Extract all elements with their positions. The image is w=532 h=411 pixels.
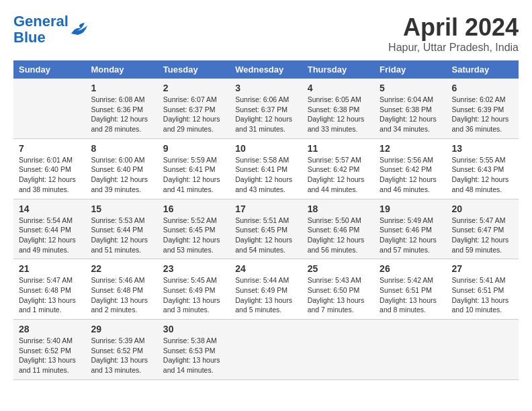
header: General Blue April 2024 Hapur, Uttar Pra… (13, 13, 519, 54)
day-number: 10 (235, 143, 296, 154)
day-info: Sunrise: 5:47 AMSunset: 6:48 PMDaylight:… (19, 275, 80, 315)
calendar-header-row: SundayMondayTuesdayWednesdayThursdayFrid… (13, 60, 519, 79)
day-info: Sunrise: 5:50 AMSunset: 6:46 PMDaylight:… (308, 216, 369, 255)
calendar-header-sunday: Sunday (13, 60, 85, 79)
calendar-cell: 15Sunrise: 5:53 AMSunset: 6:44 PMDayligh… (85, 199, 157, 259)
calendar-table: SundayMondayTuesdayWednesdayThursdayFrid… (13, 60, 519, 380)
logo-general: General (13, 13, 69, 30)
day-info: Sunrise: 5:43 AMSunset: 6:50 PMDaylight:… (308, 275, 369, 315)
logo-bird-icon (70, 21, 90, 38)
day-info: Sunrise: 5:51 AMSunset: 6:45 PMDaylight:… (235, 216, 296, 255)
calendar-cell: 3Sunrise: 6:06 AMSunset: 6:37 PMDaylight… (230, 79, 302, 138)
day-info: Sunrise: 5:47 AMSunset: 6:47 PMDaylight:… (452, 216, 513, 255)
calendar-cell (302, 320, 374, 380)
day-number: 19 (380, 203, 441, 214)
calendar-header-saturday: Saturday (447, 60, 519, 79)
calendar-week-row: 28Sunrise: 5:40 AMSunset: 6:52 PMDayligh… (13, 320, 519, 380)
day-number: 28 (19, 324, 80, 334)
calendar-cell: 10Sunrise: 5:58 AMSunset: 6:41 PMDayligh… (230, 138, 302, 199)
day-number: 14 (19, 203, 80, 214)
day-info: Sunrise: 5:56 AMSunset: 6:42 PMDaylight:… (380, 155, 441, 195)
day-info: Sunrise: 5:40 AMSunset: 6:52 PMDaylight:… (19, 336, 80, 375)
day-number: 1 (91, 83, 152, 93)
day-number: 8 (91, 143, 152, 154)
day-number: 18 (308, 203, 369, 214)
calendar-week-row: 21Sunrise: 5:47 AMSunset: 6:48 PMDayligh… (13, 259, 519, 320)
day-number: 25 (308, 263, 369, 274)
title-area: April 2024 Hapur, Uttar Pradesh, India (388, 13, 519, 54)
calendar-week-row: 7Sunrise: 6:01 AMSunset: 6:40 PMDaylight… (13, 138, 519, 199)
day-number: 24 (235, 263, 296, 274)
calendar-cell: 13Sunrise: 5:55 AMSunset: 6:43 PMDayligh… (447, 138, 519, 199)
day-info: Sunrise: 5:59 AMSunset: 6:41 PMDaylight:… (163, 155, 224, 195)
calendar-cell: 1Sunrise: 6:08 AMSunset: 6:36 PMDaylight… (85, 79, 157, 138)
day-number: 15 (91, 203, 152, 214)
day-info: Sunrise: 6:00 AMSunset: 6:40 PMDaylight:… (91, 155, 152, 195)
calendar-cell: 12Sunrise: 5:56 AMSunset: 6:42 PMDayligh… (374, 138, 446, 199)
calendar-cell: 14Sunrise: 5:54 AMSunset: 6:44 PMDayligh… (13, 199, 85, 259)
calendar-cell (374, 320, 446, 380)
calendar-cell: 7Sunrise: 6:01 AMSunset: 6:40 PMDaylight… (13, 138, 85, 199)
calendar-cell: 8Sunrise: 6:00 AMSunset: 6:40 PMDaylight… (85, 138, 157, 199)
logo: General Blue (13, 13, 90, 46)
day-number: 16 (163, 203, 224, 214)
calendar-cell: 5Sunrise: 6:04 AMSunset: 6:38 PMDaylight… (374, 79, 446, 138)
day-info: Sunrise: 6:05 AMSunset: 6:38 PMDaylight:… (308, 95, 369, 134)
day-info: Sunrise: 5:39 AMSunset: 6:52 PMDaylight:… (91, 336, 152, 375)
calendar-header-monday: Monday (85, 60, 157, 79)
day-number: 13 (452, 143, 513, 154)
calendar-cell (13, 79, 85, 138)
day-number: 21 (19, 263, 80, 274)
calendar-cell: 21Sunrise: 5:47 AMSunset: 6:48 PMDayligh… (13, 259, 85, 320)
day-info: Sunrise: 5:42 AMSunset: 6:51 PMDaylight:… (380, 275, 441, 315)
calendar-cell: 24Sunrise: 5:44 AMSunset: 6:49 PMDayligh… (230, 259, 302, 320)
calendar-week-row: 1Sunrise: 6:08 AMSunset: 6:36 PMDaylight… (13, 79, 519, 138)
day-number: 4 (308, 83, 369, 93)
day-info: Sunrise: 5:46 AMSunset: 6:48 PMDaylight:… (91, 275, 152, 315)
day-info: Sunrise: 5:53 AMSunset: 6:44 PMDaylight:… (91, 216, 152, 255)
calendar-cell: 26Sunrise: 5:42 AMSunset: 6:51 PMDayligh… (374, 259, 446, 320)
day-number: 27 (452, 263, 513, 274)
day-number: 12 (380, 143, 441, 154)
day-number: 11 (308, 143, 369, 154)
calendar-cell: 11Sunrise: 5:57 AMSunset: 6:42 PMDayligh… (302, 138, 374, 199)
day-info: Sunrise: 5:49 AMSunset: 6:46 PMDaylight:… (380, 216, 441, 255)
calendar-cell: 27Sunrise: 5:41 AMSunset: 6:51 PMDayligh… (447, 259, 519, 320)
day-number: 22 (91, 263, 152, 274)
day-info: Sunrise: 5:41 AMSunset: 6:51 PMDaylight:… (452, 275, 513, 315)
day-number: 9 (163, 143, 224, 154)
day-info: Sunrise: 5:52 AMSunset: 6:45 PMDaylight:… (163, 216, 224, 255)
month-title: April 2024 (388, 13, 519, 42)
calendar-cell: 29Sunrise: 5:39 AMSunset: 6:52 PMDayligh… (85, 320, 157, 380)
day-number: 26 (380, 263, 441, 274)
calendar-cell: 25Sunrise: 5:43 AMSunset: 6:50 PMDayligh… (302, 259, 374, 320)
calendar-cell (447, 320, 519, 380)
calendar-cell: 17Sunrise: 5:51 AMSunset: 6:45 PMDayligh… (230, 199, 302, 259)
day-number: 30 (163, 324, 224, 334)
day-number: 29 (91, 324, 152, 334)
day-number: 3 (235, 83, 296, 93)
calendar-week-row: 14Sunrise: 5:54 AMSunset: 6:44 PMDayligh… (13, 199, 519, 259)
day-info: Sunrise: 6:08 AMSunset: 6:36 PMDaylight:… (91, 95, 152, 134)
calendar-cell: 9Sunrise: 5:59 AMSunset: 6:41 PMDaylight… (158, 138, 230, 199)
day-info: Sunrise: 5:45 AMSunset: 6:49 PMDaylight:… (163, 275, 224, 315)
calendar-cell: 19Sunrise: 5:49 AMSunset: 6:46 PMDayligh… (374, 199, 446, 259)
day-info: Sunrise: 6:07 AMSunset: 6:37 PMDaylight:… (163, 95, 224, 134)
logo-blue: Blue (13, 29, 46, 46)
day-number: 17 (235, 203, 296, 214)
calendar-cell: 6Sunrise: 6:02 AMSunset: 6:39 PMDaylight… (447, 79, 519, 138)
day-info: Sunrise: 6:06 AMSunset: 6:37 PMDaylight:… (235, 95, 296, 134)
day-info: Sunrise: 5:44 AMSunset: 6:49 PMDaylight:… (235, 275, 296, 315)
logo-text: General Blue (13, 13, 69, 46)
calendar-header-thursday: Thursday (302, 60, 374, 79)
day-number: 2 (163, 83, 224, 93)
calendar-cell: 4Sunrise: 6:05 AMSunset: 6:38 PMDaylight… (302, 79, 374, 138)
day-number: 7 (19, 143, 80, 154)
day-number: 5 (380, 83, 441, 93)
day-number: 23 (163, 263, 224, 274)
day-number: 20 (452, 203, 513, 214)
day-info: Sunrise: 5:38 AMSunset: 6:53 PMDaylight:… (163, 336, 224, 375)
calendar-header-tuesday: Tuesday (158, 60, 230, 79)
calendar-cell (230, 320, 302, 380)
day-info: Sunrise: 6:01 AMSunset: 6:40 PMDaylight:… (19, 155, 80, 195)
